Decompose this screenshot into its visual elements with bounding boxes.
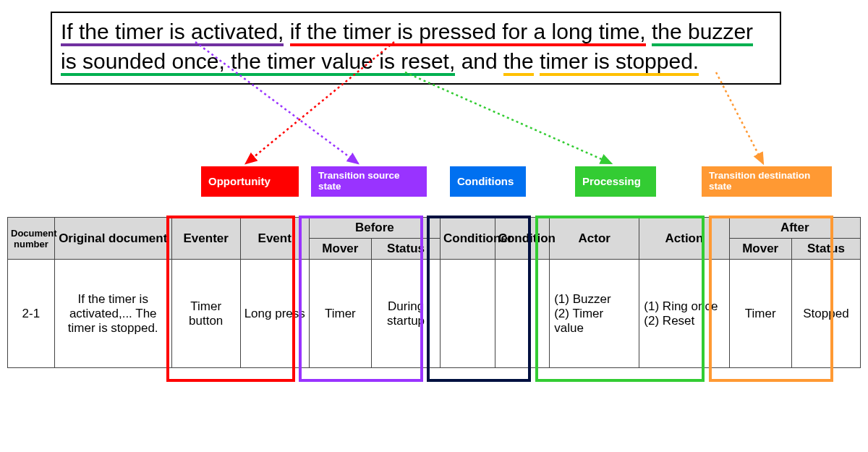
table-row: 2-1 If the timer is activated,... The ti… [8, 260, 861, 368]
th-after-status: Status [791, 239, 860, 260]
td-event: Long press [240, 260, 309, 368]
th-orig: Original document [54, 218, 171, 260]
td-conditioner [441, 260, 495, 368]
sentence-seg-orange1: the [503, 49, 534, 76]
td-actor: (1) Buzzer (2) Timer value [550, 260, 639, 368]
table-wrap: Document number Original document Evente… [7, 217, 861, 368]
tag-row: Opportunity Transition source state Cond… [0, 166, 868, 202]
th-before-mover: Mover [309, 239, 371, 260]
td-eventer: Timer button [171, 260, 240, 368]
sentence-seg-red: if the timer is pressed for a long time, [290, 20, 646, 46]
th-condition: Condition [495, 218, 550, 260]
th-conditioner: Conditioner [441, 218, 495, 260]
th-after: After [729, 218, 860, 239]
sentence-seg-purple: If the timer is activated, [61, 20, 284, 46]
td-after-status: Stopped [791, 260, 860, 368]
th-actor: Actor [550, 218, 639, 260]
sentence-seg-plain: and [455, 49, 503, 73]
tag-opportunity: Opportunity [201, 166, 299, 197]
th-after-mover: Mover [729, 239, 791, 260]
tag-conditions: Conditions [450, 166, 526, 197]
th-action: Action [639, 218, 729, 260]
th-event: Event [240, 218, 309, 260]
tag-transition-source-state: Transition source state [311, 166, 427, 197]
sentence-seg-orange2: timer is stopped. [540, 49, 699, 76]
state-table: Document number Original document Evente… [7, 217, 861, 368]
td-before-mover: Timer [309, 260, 371, 368]
th-before-status: Status [372, 239, 441, 260]
tag-processing: Processing [575, 166, 656, 197]
tag-transition-destination-state: Transition destination state [702, 166, 832, 197]
th-doc-no: Document number [8, 218, 55, 260]
arrow-orange [716, 72, 763, 163]
th-eventer: Eventer [171, 218, 240, 260]
td-doc-no: 2-1 [8, 260, 55, 368]
td-orig: If the timer is activated,... The timer … [54, 260, 171, 368]
sentence-box: If the timer is activated, if the timer … [51, 12, 781, 85]
th-before: Before [309, 218, 440, 239]
td-condition [495, 260, 550, 368]
td-action: (1) Ring once (2) Reset [639, 260, 729, 368]
td-before-status: During startup [372, 260, 441, 368]
td-after-mover: Timer [729, 260, 791, 368]
arrow-green [405, 72, 611, 163]
